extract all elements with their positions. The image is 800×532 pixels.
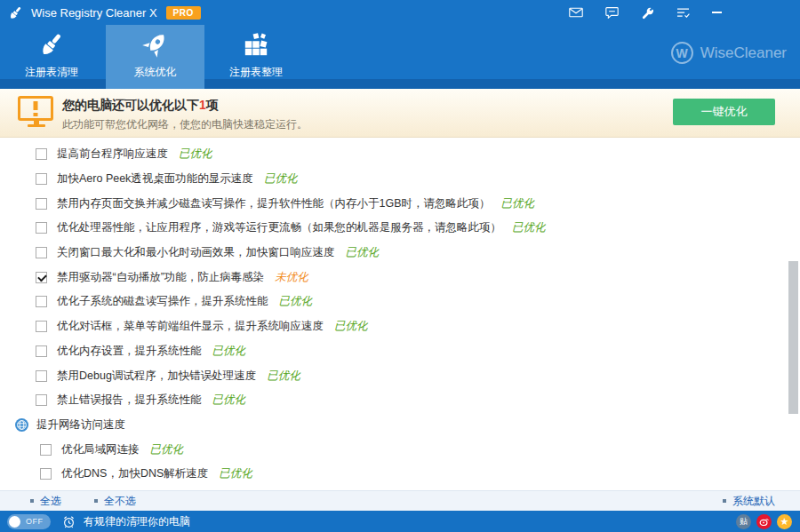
item-status: 已优化 xyxy=(346,245,380,260)
share-icons: 贴 ★ xyxy=(736,514,792,529)
tools-icon[interactable] xyxy=(641,6,654,20)
list-item: 禁用内存页面交换并减少磁盘读写操作，提升软件性能（内存小于1GB时，请忽略此项）… xyxy=(0,191,800,216)
pending-count: 1 xyxy=(199,98,206,112)
tab-system-tuneup[interactable]: 系统优化 xyxy=(106,25,204,89)
system-default-link[interactable]: 系统默认 xyxy=(723,494,775,509)
banner-subtitle: 此功能可帮您优化网络，使您的电脑快速稳定运行。 xyxy=(62,117,308,132)
item-label: 优化对话框，菜单等前端组件显示，提升系统响应速度 xyxy=(57,319,324,334)
wisecleaner-logo-text: WiseCleaner xyxy=(700,44,787,62)
mail-icon[interactable] xyxy=(569,7,583,18)
item-status: 已优化 xyxy=(334,319,368,334)
item-checkbox[interactable] xyxy=(36,222,47,234)
banner-title: 您的电脑还可以优化以下1项 xyxy=(62,98,219,114)
schedule-text: 有规律的清理你的电脑 xyxy=(84,514,190,529)
wisecleaner-logo-mark: W xyxy=(671,42,693,64)
section-header-network: 提升网络访问速度 xyxy=(0,413,800,438)
item-status: 已优化 xyxy=(279,294,313,309)
toggle-state-label: OFF xyxy=(26,517,44,526)
share-weibo-icon[interactable] xyxy=(756,514,772,529)
item-label: 提高前台程序响应速度 xyxy=(57,147,168,162)
list-item: 提高前台程序响应速度 已优化 xyxy=(0,142,800,167)
tab-label: 注册表整理 xyxy=(229,65,283,80)
tab-registry-cleaner[interactable]: 注册表清理 xyxy=(9,25,94,80)
list-item: 禁用Debug调试程序，加快错误处理速度 已优化 xyxy=(0,363,800,388)
list-item: 优化子系统的磁盘读写操作，提升系统性能 已优化 xyxy=(0,290,800,314)
item-label: 关闭窗口最大化和最小化时动画效果，加快窗口响应速度 xyxy=(57,245,335,260)
item-status: 已优化 xyxy=(212,393,246,408)
list-item: 禁止错误报告，提升系统性能 已优化 xyxy=(0,388,800,413)
share-tieba-icon[interactable]: 贴 xyxy=(736,514,751,529)
item-checkbox[interactable] xyxy=(36,148,47,160)
tab-label: 系统优化 xyxy=(134,65,177,80)
item-label: 优化局域网连接 xyxy=(61,442,140,457)
item-checkbox[interactable] xyxy=(36,345,47,357)
select-all-link[interactable]: 全选 xyxy=(30,494,61,509)
app-logo-icon xyxy=(8,5,23,20)
toggle-knob-icon xyxy=(9,516,20,528)
item-status: 已优化 xyxy=(512,220,546,235)
rocket-icon xyxy=(142,31,169,61)
item-label: 优化内存设置，提升系统性能 xyxy=(57,344,202,359)
bullet-icon xyxy=(723,499,726,503)
item-label: 优化处理器性能，让应用程序，游戏等运行更流畅（如果您的机器是服务器，请忽略此项） xyxy=(57,220,501,235)
item-checkbox[interactable] xyxy=(36,296,47,307)
item-checkbox[interactable] xyxy=(36,321,47,332)
item-checkbox[interactable] xyxy=(36,272,47,283)
app-header: Wise Registry Cleaner X PRO xyxy=(0,0,800,89)
select-none-link[interactable]: 全不选 xyxy=(94,494,136,509)
item-label: 禁用内存页面交换并减少磁盘读写操作，提升软件性能（内存小于1GB时，请忽略此项） xyxy=(57,196,491,211)
pro-badge: PRO xyxy=(166,6,201,20)
item-label: 禁用驱动器“自动播放”功能，防止病毒感染 xyxy=(57,270,264,285)
item-status: 已优化 xyxy=(501,196,535,211)
alarm-clock-icon xyxy=(62,515,76,528)
scrollbar-thumb[interactable] xyxy=(788,261,798,414)
minimize-button[interactable] xyxy=(712,12,722,13)
titlebar: Wise Registry Cleaner X PRO xyxy=(0,0,800,25)
schedule-toggle[interactable]: OFF xyxy=(7,514,51,529)
item-checkbox[interactable] xyxy=(36,173,47,185)
list-item: 优化处理器性能，让应用程序，游戏等运行更流畅（如果您的机器是服务器，请忽略此项）… xyxy=(0,216,800,241)
item-status: 已优化 xyxy=(212,344,246,359)
item-status: 已优化 xyxy=(267,369,300,384)
app-title: Wise Registry Cleaner X xyxy=(31,6,157,20)
item-status: 未优化 xyxy=(275,270,308,285)
item-checkbox[interactable] xyxy=(36,247,47,258)
alert-banner: 您的电脑还可以优化以下1项 此功能可帮您优化网络，使您的电脑快速稳定运行。 一键… xyxy=(0,89,800,138)
tab-label: 注册表清理 xyxy=(25,65,78,80)
alert-monitor-icon xyxy=(18,96,55,127)
item-label: 禁止错误报告，提升系统性能 xyxy=(57,393,202,408)
optimization-list: 提高前台程序响应速度 已优化 加快Aero Peek透视桌面功能的显示速度 已优… xyxy=(0,138,800,490)
item-checkbox[interactable] xyxy=(36,198,47,210)
item-status: 已优化 xyxy=(179,147,212,162)
globe-icon xyxy=(15,418,28,432)
item-checkbox[interactable] xyxy=(40,468,52,480)
item-label: 加快Aero Peek透视桌面功能的显示速度 xyxy=(57,171,253,187)
section-label: 提升网络访问速度 xyxy=(36,417,125,433)
list-item: 优化DNS，加快DNS解析速度 已优化 xyxy=(0,462,800,487)
selection-footer: 全选 全不选 系统默认 xyxy=(0,490,800,511)
wisecleaner-logo: W WiseCleaner xyxy=(671,42,787,64)
one-click-optimize-button[interactable]: 一键优化 xyxy=(673,99,775,125)
item-label: 禁用Debug调试程序，加快错误处理速度 xyxy=(57,369,256,384)
item-status: 已优化 xyxy=(150,442,184,457)
share-qzone-icon[interactable]: ★ xyxy=(777,514,792,529)
item-checkbox[interactable] xyxy=(36,394,47,406)
item-checkbox[interactable] xyxy=(40,444,52,456)
feedback-icon[interactable] xyxy=(605,6,619,19)
menu-list-icon[interactable] xyxy=(676,7,690,19)
bullet-icon xyxy=(30,499,34,503)
item-checkbox[interactable] xyxy=(36,370,47,382)
list-item: 加快Aero Peek透视桌面功能的显示速度 已优化 xyxy=(0,167,800,192)
tab-registry-defrag[interactable]: 注册表整理 xyxy=(207,25,305,80)
statusbar: OFF 有规律的清理你的电脑 贴 ★ xyxy=(0,511,800,532)
list-item: 优化局域网连接 已优化 xyxy=(0,437,800,462)
item-label: 优化子系统的磁盘读写操作，提升系统性能 xyxy=(57,294,268,309)
defrag-blocks-icon xyxy=(243,31,269,61)
item-status: 已优化 xyxy=(264,171,298,187)
app-window: Wise Registry Cleaner X PRO xyxy=(0,0,800,532)
item-label: 优化DNS，加快DNS解析速度 xyxy=(61,466,208,481)
list-item: 禁用驱动器“自动播放”功能，防止病毒感染 未优化 xyxy=(0,265,800,290)
list-item: 优化对话框，菜单等前端组件显示，提升系统响应速度 已优化 xyxy=(0,314,800,339)
list-item: 关闭窗口最大化和最小化时动画效果，加快窗口响应速度 已优化 xyxy=(0,241,800,266)
item-status: 已优化 xyxy=(219,466,252,481)
